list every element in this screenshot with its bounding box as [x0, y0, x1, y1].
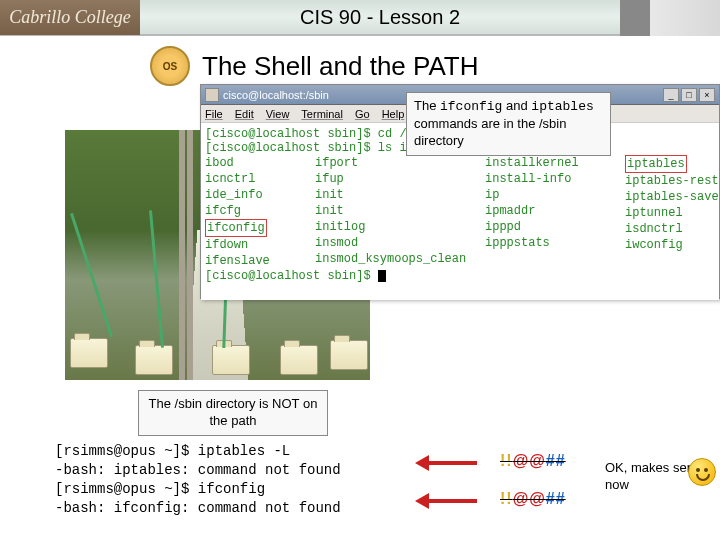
menu-terminal[interactable]: Terminal [301, 108, 343, 120]
shell-output-block: [rsimms@opus ~]$ iptables -L -bash: ipta… [55, 442, 341, 518]
file-item: ifdown [205, 238, 248, 252]
file-item: ibod [205, 156, 234, 170]
file-item: iptables-save [625, 190, 719, 204]
minimize-button[interactable]: _ [663, 88, 679, 102]
terminal-listing: ibod icnctrl ide_info ifcfg ifconfig ifd… [205, 155, 715, 269]
callout-sbin-commands: The ifconfig and iptables commands are i… [406, 92, 611, 156]
file-item: initlog [315, 220, 365, 234]
file-item: insmod_ksymoops_clean [315, 252, 466, 266]
code-line: [rsimms@opus ~]$ ifconfig [55, 480, 341, 499]
file-item: installkernel [485, 156, 579, 170]
file-item: ide_info [205, 188, 263, 202]
file-item: ifup [315, 172, 344, 186]
menu-help[interactable]: Help [382, 108, 405, 120]
file-item-highlighted: ifconfig [205, 219, 267, 237]
file-item: ifenslave [205, 254, 270, 268]
file-item: ifcfg [205, 204, 241, 218]
code-line: -bash: iptables: command not found [55, 461, 341, 480]
menu-go[interactable]: Go [355, 108, 370, 120]
terminal-title: cisco@localhost:/sbin [223, 89, 329, 101]
file-item: ipppd [485, 220, 521, 234]
callout-not-on-path: The /sbin directory is NOT on the path [138, 390, 328, 436]
cursor-icon [378, 270, 386, 282]
file-item-highlighted: iptables [625, 155, 687, 173]
logo-text: Cabrillo College [9, 7, 131, 28]
file-item: ipppstats [485, 236, 550, 250]
expletive-text: !!@@## [500, 452, 566, 470]
folder-icon [212, 345, 250, 375]
terminal-prompt: [cisco@localhost sbin]$ [205, 269, 715, 283]
menu-edit[interactable]: Edit [235, 108, 254, 120]
file-item: install-info [485, 172, 571, 186]
code-line: -bash: ifconfig: command not found [55, 499, 341, 518]
file-item: iptables-restore [625, 174, 719, 188]
file-item: init [315, 204, 344, 218]
college-logo: Cabrillo College [0, 0, 140, 35]
window-controls: _ □ × [663, 88, 715, 102]
file-item: init [315, 188, 344, 202]
terminal-icon [205, 88, 219, 102]
folder-icon [135, 345, 173, 375]
header-bar: Cabrillo College CIS 90 - Lesson 2 [0, 0, 720, 36]
file-item: ipmaddr [485, 204, 535, 218]
folder-icon [280, 345, 318, 375]
file-item: insmod [315, 236, 358, 250]
folder-icon [330, 340, 368, 370]
smiley-icon [688, 458, 716, 486]
header-photo [620, 0, 720, 36]
slide-title: The Shell and the PATH [202, 51, 479, 82]
file-item: ip [485, 188, 499, 202]
os-gear-icon: OS [150, 46, 190, 86]
file-item: icnctrl [205, 172, 255, 186]
maximize-button[interactable]: □ [681, 88, 697, 102]
file-item: isdnctrl [625, 222, 683, 236]
file-item: iwconfig [625, 238, 683, 252]
close-button[interactable]: × [699, 88, 715, 102]
expletive-text: !!@@## [500, 490, 566, 508]
file-item: ifport [315, 156, 358, 170]
file-item: iptunnel [625, 206, 683, 220]
menu-view[interactable]: View [266, 108, 290, 120]
folder-icon [70, 338, 108, 368]
menu-file[interactable]: File [205, 108, 223, 120]
code-line: [rsimms@opus ~]$ iptables -L [55, 442, 341, 461]
